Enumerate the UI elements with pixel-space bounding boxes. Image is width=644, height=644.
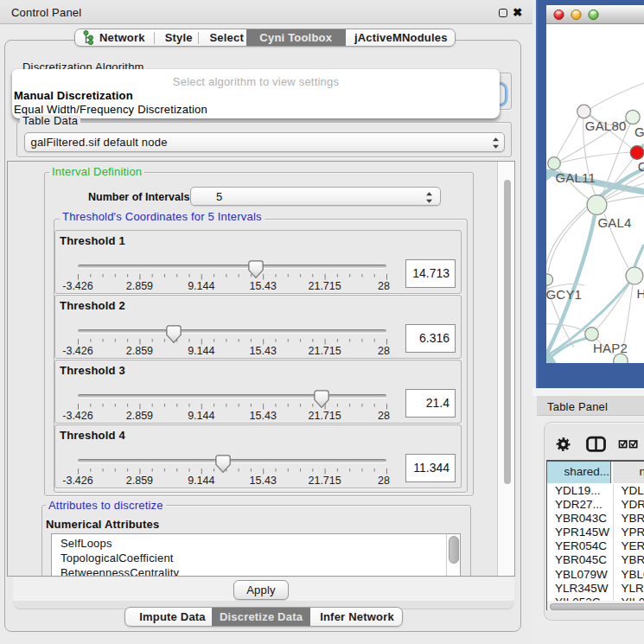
svg-text:HAP2: HAP2 — [593, 341, 628, 355]
svg-text:GAL80: GAL80 — [585, 118, 627, 133]
svg-text:GAL11: GAL11 — [556, 170, 596, 185]
svg-text:H: H — [636, 286, 644, 301]
svg-text:GA: GA — [634, 124, 644, 139]
svg-text:GCY1: GCY1 — [546, 287, 583, 302]
svg-text:GAL4: GAL4 — [598, 215, 632, 230]
svg-text:C: C — [638, 159, 644, 174]
